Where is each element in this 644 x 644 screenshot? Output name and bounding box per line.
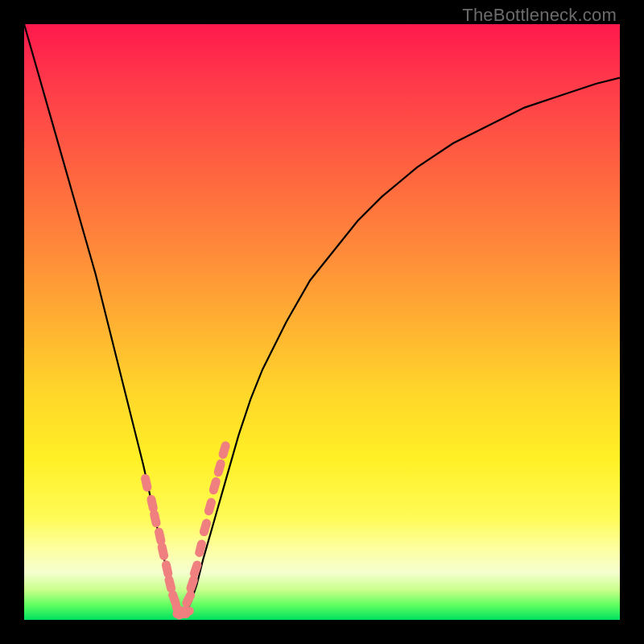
highlight-marker bbox=[223, 446, 225, 455]
highlight-marker bbox=[213, 481, 216, 490]
chart-frame: TheBottleneck.com bbox=[0, 0, 644, 644]
highlight-marker bbox=[166, 565, 167, 574]
plot-area bbox=[24, 24, 620, 620]
highlight-marker bbox=[155, 514, 156, 523]
highlight-marker bbox=[151, 499, 153, 508]
highlight-marker bbox=[159, 532, 161, 541]
highlight-marker bbox=[194, 565, 197, 573]
highlight-marker bbox=[218, 464, 221, 473]
highlight-marker bbox=[204, 523, 206, 532]
highlight-marker bbox=[173, 595, 176, 603]
highlight-marker bbox=[191, 580, 194, 588]
highlight-marker bbox=[208, 502, 211, 511]
curve-layer bbox=[24, 24, 620, 620]
highlight-marker bbox=[146, 478, 147, 487]
bottleneck-curve bbox=[24, 24, 620, 614]
watermark-text: TheBottleneck.com bbox=[462, 5, 617, 26]
highlight-marker bbox=[200, 544, 202, 553]
highlight-marker bbox=[187, 595, 191, 603]
highlight-marker bbox=[162, 547, 163, 556]
highlight-marker bbox=[169, 580, 171, 588]
